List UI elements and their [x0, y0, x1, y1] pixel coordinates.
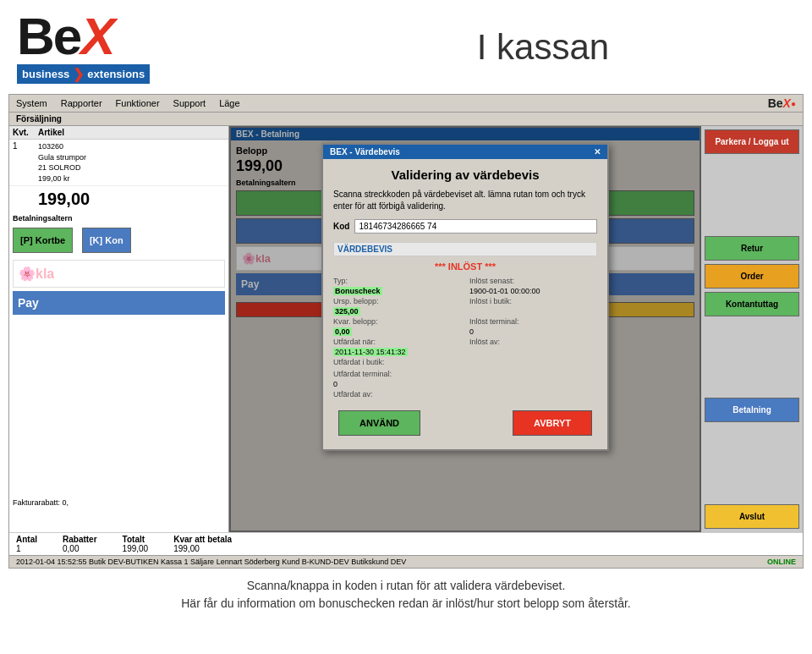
vb-utfardat-av-label: Utfärdat av: — [333, 390, 461, 398]
tagline-extensions: extensions — [87, 68, 145, 80]
vb-empty — [469, 358, 597, 366]
app-menubar: System Rapporter Funktioner Support Läge… — [9, 95, 803, 113]
bex-small-dot: ● — [791, 99, 796, 108]
logo-tagline: business ❯ extensions — [17, 64, 150, 84]
vb-inlost-senast-value: 1900-01-01 00:00:00 — [469, 287, 597, 295]
vb-ursp-highlight: 325,00 — [333, 307, 360, 316]
logo-be: Be — [17, 7, 80, 65]
article-info: 103260 Gula strumpor 21 SOLROD 199,00 kr — [38, 141, 225, 184]
vb-kod-row: Kod — [333, 219, 597, 234]
vb-title-label: BEX - Värdebevis — [330, 147, 400, 157]
tab-forsaljning[interactable]: Försäljning — [9, 113, 803, 126]
bex-small-x: X — [783, 96, 791, 110]
footer-rabatter-value: 0,00 — [63, 544, 97, 553]
col-header-artikel: Artikel — [38, 128, 225, 137]
menu-lage[interactable]: Läge — [219, 98, 239, 108]
vb-inlost-butik-label: Inlöst i butik: — [469, 297, 597, 305]
amount-display: 199,00 — [35, 186, 228, 212]
vb-description: Scanna streckkoden på värdebeviset alt. … — [333, 189, 597, 212]
middle-panel: BEX - Betalning Belopp 199,00 Betalnings… — [229, 126, 701, 532]
bex-small-be: Be — [768, 96, 783, 110]
vb-empty3 — [469, 370, 597, 378]
vb-utfardat-nar-label: Utfärdat när: — [333, 338, 461, 346]
vb-kvar-label: Kvar. belopp: — [333, 317, 461, 326]
vb-content: Validering av värdebevis Scanna streckko… — [323, 159, 607, 449]
logo-x: X — [80, 7, 113, 65]
vb-date-highlight: 2011-11-30 15:41:32 — [333, 348, 408, 356]
status-left: 2012-01-04 15:52:55 Butik DEV-BUTIKEN Ka… — [16, 558, 406, 566]
caption-line1: Scanna/knappa in koden i rutan för att v… — [247, 579, 566, 592]
vb-section-title: VÄRDEBEVIS — [333, 242, 597, 256]
article-price: 199,00 kr — [38, 173, 225, 184]
avslut-btn[interactable]: Avslut — [705, 504, 799, 529]
vb-inlost-terminal-label: Inlöst terminal: — [469, 317, 597, 326]
vb-inlost-av-value — [469, 348, 597, 356]
header: BeX business ❯ extensions I kassan — [0, 0, 812, 94]
col-header-kvt: Kvt. — [13, 128, 38, 137]
logo-area: BeX business ❯ extensions — [17, 10, 291, 84]
betalning-btn[interactable]: Betalning — [705, 398, 799, 422]
vb-avbryt-btn[interactable]: AVBRYT — [513, 410, 592, 436]
content-area: Kvt. Artikel 1 103260 Gula strumpor 21 S… — [9, 126, 803, 532]
menu-support[interactable]: Support — [173, 98, 206, 108]
vb-inlost-av-label: Inlöst av: — [469, 338, 597, 346]
vb-utfardat-terminal-label: Utfärdat terminal: — [333, 370, 461, 378]
vb-typ-value: Bonuscheck — [333, 287, 461, 295]
vb-empty5 — [469, 390, 597, 398]
vb-utfardat-nar-value: 2011-11-30 15:41:32 — [333, 348, 461, 356]
kontant-btn[interactable]: [K] Kon — [82, 228, 131, 253]
klarna-label: kla — [36, 267, 54, 282]
vb-typ-highlight: Bonuscheck — [333, 287, 382, 295]
article-id: 103260 — [38, 141, 225, 152]
vb-close-icon[interactable]: ✕ — [594, 147, 601, 157]
vb-inlost-badge: *** INLÖST *** — [333, 261, 597, 272]
vb-kod-label: Kod — [333, 222, 349, 231]
kontantuttag-btn[interactable]: Kontantuttag — [705, 292, 799, 316]
vb-titlebar: BEX - Värdebevis ✕ — [323, 145, 607, 159]
page-title: I kassan — [291, 27, 795, 68]
vb-ursp-label: Ursp. belopp: — [333, 297, 461, 305]
vb-anvand-btn[interactable]: ANVÄND — [338, 410, 420, 436]
article-table-header: Kvt. Artikel — [9, 126, 228, 140]
payson-area[interactable]: Pay — [13, 291, 225, 315]
vb-ursp-value: 325,00 — [333, 307, 461, 316]
status-bar: 2012-01-04 15:52:55 Butik DEV-BUTIKEN Ka… — [9, 555, 803, 568]
footer-totalt-label: Totalt — [123, 535, 149, 544]
footer-kvar: Kvar att betala 199,00 — [173, 535, 232, 553]
footer-kvar-value: 199,00 — [173, 544, 232, 553]
vb-kvar-value: 0,00 — [333, 327, 461, 336]
menu-funktioner[interactable]: Funktioner — [116, 98, 160, 108]
footer-antal: Antal 1 — [16, 535, 37, 553]
footer-antal-label: Antal — [16, 535, 37, 544]
menu-rapporter[interactable]: Rapporter — [61, 98, 102, 108]
status-right: ONLINE — [767, 558, 796, 566]
order-btn[interactable]: Order — [705, 264, 799, 289]
article-kvt: 1 — [13, 141, 38, 184]
vb-utfardat-butik-label: Utfärdat i butik: — [333, 358, 461, 366]
parkera-logga-btn[interactable]: Parkera / Logga ut — [705, 129, 799, 154]
footer-rabatter-label: Rabatter — [63, 535, 97, 544]
footer-rabatter: Rabatter 0,00 — [63, 535, 97, 553]
article-variant: 21 SOLROD — [38, 162, 225, 173]
menu-system[interactable]: System — [16, 98, 47, 108]
footer-kvar-label: Kvar att betala — [173, 535, 232, 544]
vardebevis-dialog: BEX - Värdebevis ✕ Validering av värdebe… — [321, 143, 609, 451]
betalningsalt: Betalningsaltern — [9, 212, 228, 224]
fakturarabatt: Fakturarabatt: 0, — [13, 498, 69, 507]
vb-kod-input[interactable] — [354, 219, 597, 234]
vb-inlost-terminal-value: 0 — [469, 327, 597, 336]
tab-forsaljning-label: Försäljning — [16, 114, 62, 124]
vb-typ-label: Typ: — [333, 277, 461, 285]
retur-btn[interactable]: Retur — [705, 236, 799, 261]
tagline-arrow: ❯ — [73, 66, 84, 82]
article-name: Gula strumpor — [38, 152, 225, 163]
vb-inlost-butik-value — [469, 307, 597, 316]
klarna-area[interactable]: 🌸 kla — [13, 260, 225, 288]
left-panel: Kvt. Artikel 1 103260 Gula strumpor 21 S… — [9, 126, 229, 532]
caption-line2: Här får du information om bonuschecken r… — [181, 596, 631, 610]
right-panel: Parkera / Logga ut Retur Order Kontantut… — [701, 126, 803, 532]
kortbetalning-btn[interactable]: [P] Kortbe — [13, 228, 73, 253]
app-window: System Rapporter Funktioner Support Läge… — [8, 94, 804, 569]
footer-totalt-value: 199,00 — [123, 544, 149, 553]
article-row: 1 103260 Gula strumpor 21 SOLROD 199,00 … — [9, 140, 228, 186]
